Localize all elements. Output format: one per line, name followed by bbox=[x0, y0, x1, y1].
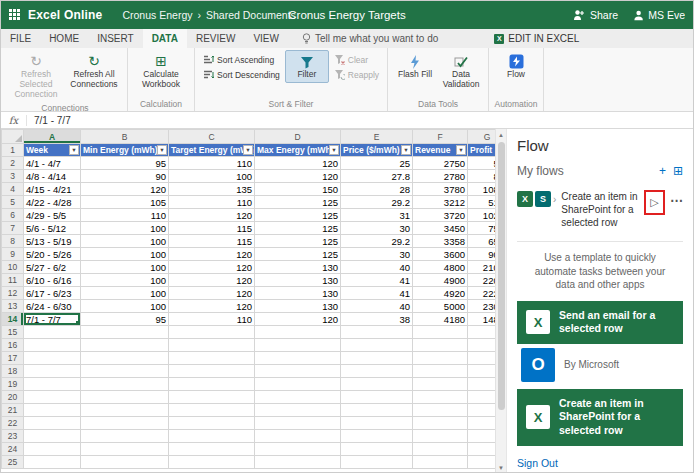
header-cell-E1[interactable]: Price ($/mWh)▼ bbox=[341, 144, 413, 157]
row-header-2[interactable]: 2 bbox=[2, 157, 24, 170]
cell-B3[interactable]: 90 bbox=[81, 170, 169, 183]
header-cell-D1[interactable]: Max Energy (mWh)▼ bbox=[255, 144, 341, 157]
header-cell-F1[interactable]: Revenue▼ bbox=[413, 144, 468, 157]
cell-B16[interactable] bbox=[81, 339, 169, 352]
cell-D16[interactable] bbox=[255, 339, 341, 352]
cell-D22[interactable] bbox=[255, 417, 341, 430]
row-header-19[interactable]: 19 bbox=[2, 378, 24, 391]
cell-D7[interactable]: 125 bbox=[255, 222, 341, 235]
cell-E17[interactable] bbox=[341, 352, 413, 365]
row-header-1[interactable]: 1 bbox=[2, 144, 24, 157]
cell-A7[interactable]: 5/6 - 5/12 bbox=[24, 222, 81, 235]
data-validation-button[interactable]: Data Validation bbox=[439, 50, 483, 93]
cell-A11[interactable]: 6/10 - 6/16 bbox=[24, 274, 81, 287]
cell-F8[interactable]: 3358 bbox=[413, 235, 468, 248]
tab-review[interactable]: REVIEW bbox=[187, 29, 244, 48]
cell-D20[interactable] bbox=[255, 391, 341, 404]
scrollbar-thumb[interactable] bbox=[498, 142, 505, 410]
cell-E25[interactable] bbox=[341, 456, 413, 469]
cell-C14[interactable]: 110 bbox=[169, 313, 255, 326]
row-header-17[interactable]: 17 bbox=[2, 352, 24, 365]
cell-D2[interactable]: 120 bbox=[255, 157, 341, 170]
cell-D25[interactable] bbox=[255, 456, 341, 469]
column-header-E[interactable]: E bbox=[341, 130, 413, 144]
cell-F13[interactable]: 5000 bbox=[413, 300, 468, 313]
cell-A21[interactable] bbox=[24, 404, 81, 417]
share-button[interactable]: Share bbox=[590, 9, 618, 21]
cell-F2[interactable]: 2750 bbox=[413, 157, 468, 170]
cell-D19[interactable] bbox=[255, 378, 341, 391]
cell-B11[interactable]: 100 bbox=[81, 274, 169, 287]
cell-F14[interactable]: 4180 bbox=[413, 313, 468, 326]
clear-filter-button[interactable]: Clear bbox=[331, 53, 382, 66]
header-cell-B1[interactable]: Min Energy (mWh)▼ bbox=[81, 144, 169, 157]
row-header-10[interactable]: 10 bbox=[2, 261, 24, 274]
flash-fill-button[interactable]: Flash Fill bbox=[393, 50, 437, 83]
row-header-4[interactable]: 4 bbox=[2, 183, 24, 196]
cell-C9[interactable]: 120 bbox=[169, 248, 255, 261]
cell-D21[interactable] bbox=[255, 404, 341, 417]
cell-A24[interactable] bbox=[24, 443, 81, 456]
row-header-6[interactable]: 6 bbox=[2, 209, 24, 222]
breadcrumb-library[interactable]: Shared Documents bbox=[206, 9, 296, 21]
cell-C7[interactable]: 115 bbox=[169, 222, 255, 235]
refresh-all-connections-button[interactable]: ↻ Refresh All Connections bbox=[66, 50, 122, 93]
cell-A13[interactable]: 6/24 - 6/30 bbox=[24, 300, 81, 313]
cell-B6[interactable]: 110 bbox=[81, 209, 169, 222]
tab-file[interactable]: FILE bbox=[1, 29, 40, 48]
cell-E13[interactable]: 40 bbox=[341, 300, 413, 313]
cell-A17[interactable] bbox=[24, 352, 81, 365]
cell-C3[interactable]: 100 bbox=[169, 170, 255, 183]
cell-D6[interactable]: 125 bbox=[255, 209, 341, 222]
cell-E24[interactable] bbox=[341, 443, 413, 456]
cell-A4[interactable]: 4/15 - 4/21 bbox=[24, 183, 81, 196]
cell-C4[interactable]: 135 bbox=[169, 183, 255, 196]
user-menu[interactable]: MS Eve bbox=[633, 9, 685, 21]
row-header-5[interactable]: 5 bbox=[2, 196, 24, 209]
cell-F10[interactable]: 4800 bbox=[413, 261, 468, 274]
scroll-up-icon[interactable]: ▲ bbox=[496, 129, 506, 141]
cell-E20[interactable] bbox=[341, 391, 413, 404]
cell-A10[interactable]: 5/27 - 6/2 bbox=[24, 261, 81, 274]
cell-F6[interactable]: 3720 bbox=[413, 209, 468, 222]
cell-C22[interactable] bbox=[169, 417, 255, 430]
cell-E12[interactable]: 41 bbox=[341, 287, 413, 300]
cell-F11[interactable]: 4900 bbox=[413, 274, 468, 287]
cell-B23[interactable] bbox=[81, 430, 169, 443]
row-header-22[interactable]: 22 bbox=[2, 417, 24, 430]
cell-E8[interactable]: 29.2 bbox=[341, 235, 413, 248]
cell-D18[interactable] bbox=[255, 365, 341, 378]
cell-A14[interactable]: 7/1 - 7/7 bbox=[24, 313, 81, 326]
row-header-16[interactable]: 16 bbox=[2, 339, 24, 352]
cell-B10[interactable]: 100 bbox=[81, 261, 169, 274]
tab-home[interactable]: HOME bbox=[40, 29, 88, 48]
cell-E16[interactable] bbox=[341, 339, 413, 352]
flow-button[interactable]: Flow bbox=[494, 50, 538, 83]
cell-C25[interactable] bbox=[169, 456, 255, 469]
cell-F17[interactable] bbox=[413, 352, 468, 365]
filter-dropdown-icon[interactable]: ▼ bbox=[329, 145, 339, 155]
cell-E18[interactable] bbox=[341, 365, 413, 378]
cell-A19[interactable] bbox=[24, 378, 81, 391]
tab-view[interactable]: VIEW bbox=[244, 29, 288, 48]
filter-button[interactable]: Filter bbox=[285, 50, 329, 83]
cell-A22[interactable] bbox=[24, 417, 81, 430]
cell-E19[interactable] bbox=[341, 378, 413, 391]
cell-D15[interactable] bbox=[255, 326, 341, 339]
sort-descending-button[interactable]: Sort Descending bbox=[200, 68, 283, 81]
cell-E14[interactable]: 38 bbox=[341, 313, 413, 326]
column-header-F[interactable]: F bbox=[413, 130, 468, 144]
fx-icon[interactable]: fx bbox=[1, 115, 27, 126]
row-header-13[interactable]: 13 bbox=[2, 300, 24, 313]
flow-list-item[interactable]: X S › Create an item in SharePoint for a… bbox=[517, 190, 683, 229]
cell-A20[interactable] bbox=[24, 391, 81, 404]
breadcrumb-site[interactable]: Cronus Energy bbox=[122, 9, 192, 21]
cell-C13[interactable]: 120 bbox=[169, 300, 255, 313]
flow-more-options-button[interactable]: ⋯ bbox=[670, 190, 683, 207]
row-header-9[interactable]: 9 bbox=[2, 248, 24, 261]
column-header-B[interactable]: B bbox=[81, 130, 169, 144]
cell-B18[interactable] bbox=[81, 365, 169, 378]
row-header-7[interactable]: 7 bbox=[2, 222, 24, 235]
cell-C24[interactable] bbox=[169, 443, 255, 456]
column-header-D[interactable]: D bbox=[255, 130, 341, 144]
